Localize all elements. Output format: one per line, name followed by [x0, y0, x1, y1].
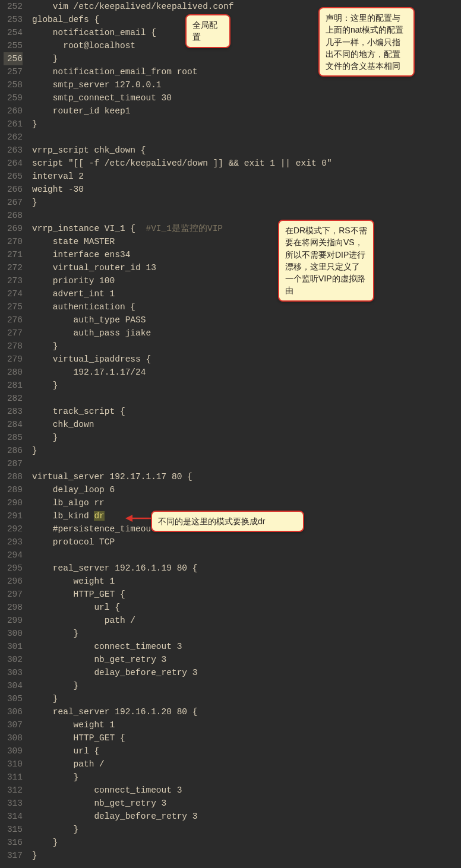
- callout-declaration: 声明：这里的配置与上面的nat模式的配置几乎一样，小编只指出不同的地方，配置文件…: [318, 7, 415, 77]
- line-number: 298: [4, 601, 23, 614]
- line-number: 312: [4, 784, 23, 797]
- line-number: 306: [4, 705, 23, 718]
- code-line[interactable]: interval 2: [29, 170, 461, 183]
- code-line[interactable]: smtp_server 127.0.0.1: [29, 78, 461, 91]
- line-number: 262: [4, 131, 23, 144]
- code-line[interactable]: connect_timeout 3: [29, 640, 461, 653]
- line-number: 292: [4, 522, 23, 536]
- line-number: 273: [4, 274, 23, 287]
- code-line[interactable]: }: [29, 118, 461, 131]
- code-line[interactable]: url {: [29, 601, 461, 614]
- code-line[interactable]: delay_before_retry 3: [29, 666, 461, 679]
- line-number: 269: [4, 222, 23, 235]
- code-line[interactable]: path /: [29, 614, 461, 627]
- code-line[interactable]: [29, 131, 461, 144]
- line-number: 257: [4, 65, 23, 78]
- code-line[interactable]: virtual_ipaddress {: [29, 353, 461, 366]
- line-number: 294: [4, 549, 23, 562]
- highlighted-token: dr: [94, 511, 104, 521]
- code-line[interactable]: authentication {: [29, 300, 461, 313]
- line-number: 258: [4, 78, 23, 91]
- code-line[interactable]: auth_pass jiake: [29, 327, 461, 340]
- code-line[interactable]: }: [29, 679, 461, 692]
- line-number: 313: [4, 797, 23, 810]
- line-number: 309: [4, 745, 23, 758]
- line-number: 284: [4, 418, 23, 431]
- code-line[interactable]: [29, 209, 461, 222]
- code-line[interactable]: path /: [29, 758, 461, 771]
- line-number: 267: [4, 196, 23, 209]
- line-number: 289: [4, 483, 23, 496]
- callout-dr-kind: 不同的是这里的模式要换成dr: [151, 511, 304, 532]
- code-line[interactable]: [29, 457, 461, 470]
- line-number: 255: [4, 39, 23, 52]
- code-line[interactable]: delay_loop 6: [29, 483, 461, 496]
- code-line[interactable]: }: [29, 836, 461, 849]
- code-line[interactable]: weight 1: [29, 718, 461, 731]
- code-line[interactable]: }: [29, 849, 461, 862]
- code-line[interactable]: [29, 392, 461, 405]
- code-line[interactable]: auth_type PASS: [29, 313, 461, 327]
- code-line[interactable]: delay_before_retry 3: [29, 810, 461, 823]
- code-line[interactable]: priority 100: [29, 274, 461, 287]
- code-line[interactable]: }: [29, 444, 461, 457]
- line-number: 290: [4, 496, 23, 509]
- code-line[interactable]: vrrp_script chk_down {: [29, 144, 461, 157]
- code-line[interactable]: lb_algo rr: [29, 496, 461, 509]
- line-number: 271: [4, 248, 23, 261]
- code-line[interactable]: weight -30: [29, 183, 461, 196]
- code-line[interactable]: router_id keep1: [29, 104, 461, 118]
- code-line[interactable]: protocol TCP: [29, 536, 461, 549]
- code-line[interactable]: state MASTER: [29, 235, 461, 248]
- code-line[interactable]: track_script {: [29, 405, 461, 418]
- svg-marker-1: [125, 515, 132, 522]
- line-number: 303: [4, 666, 23, 679]
- line-number: 314: [4, 810, 23, 823]
- code-comment: #VI_1是监控的VIP: [146, 224, 223, 233]
- line-number: 264: [4, 157, 23, 170]
- code-line[interactable]: connect_timeout 3: [29, 784, 461, 797]
- code-line[interactable]: }: [29, 340, 461, 353]
- code-line[interactable]: interface ens34: [29, 248, 461, 261]
- code-line[interactable]: vrrp_instance VI_1 { #VI_1是监控的VIP: [29, 222, 461, 235]
- code-line[interactable]: weight 1: [29, 575, 461, 588]
- code-line[interactable]: advert_int 1: [29, 287, 461, 300]
- code-text: lb_kind: [32, 511, 94, 521]
- line-number: 270: [4, 235, 23, 248]
- code-line[interactable]: }: [29, 379, 461, 392]
- line-number: 274: [4, 287, 23, 300]
- code-line[interactable]: }: [29, 823, 461, 836]
- line-number: 293: [4, 536, 23, 549]
- line-number: 266: [4, 183, 23, 196]
- code-line[interactable]: real_server 192.16.1.19 80 {: [29, 562, 461, 575]
- code-editor[interactable]: 2522532542552562572582592602612622632642…: [0, 0, 461, 868]
- code-line[interactable]: }: [29, 771, 461, 784]
- code-line[interactable]: }: [29, 196, 461, 209]
- code-line[interactable]: nb_get_retry 3: [29, 797, 461, 810]
- line-number: 287: [4, 457, 23, 470]
- code-line[interactable]: HTTP_GET {: [29, 731, 461, 745]
- line-number: 305: [4, 692, 23, 705]
- code-line[interactable]: }: [29, 431, 461, 444]
- line-number: 291: [4, 509, 23, 522]
- code-line[interactable]: virtual_server 192.17.1.17 80 {: [29, 470, 461, 483]
- code-line[interactable]: [29, 549, 461, 562]
- code-line[interactable]: smtp_connect_timeout 30: [29, 91, 461, 104]
- code-line[interactable]: 192.17.1.17/24: [29, 366, 461, 379]
- code-line[interactable]: nb_get_retry 3: [29, 653, 461, 666]
- code-line[interactable]: HTTP_GET {: [29, 588, 461, 601]
- code-line[interactable]: chk_down: [29, 418, 461, 431]
- line-number: 260: [4, 104, 23, 118]
- code-line[interactable]: real_server 192.16.1.20 80 {: [29, 705, 461, 718]
- code-area[interactable]: vim /etc/keepalived/keepalived.confgloba…: [29, 0, 461, 868]
- code-line[interactable]: virtual_router_id 13: [29, 261, 461, 274]
- line-number: 265: [4, 170, 23, 183]
- line-number: 280: [4, 366, 23, 379]
- code-line[interactable]: }: [29, 692, 461, 705]
- code-line[interactable]: }: [29, 627, 461, 640]
- code-line[interactable]: script "[[ -f /etc/keepalived/down ]] &&…: [29, 157, 461, 170]
- line-number: 301: [4, 640, 23, 653]
- code-line[interactable]: url {: [29, 745, 461, 758]
- line-number: 281: [4, 379, 23, 392]
- line-number: 286: [4, 444, 23, 457]
